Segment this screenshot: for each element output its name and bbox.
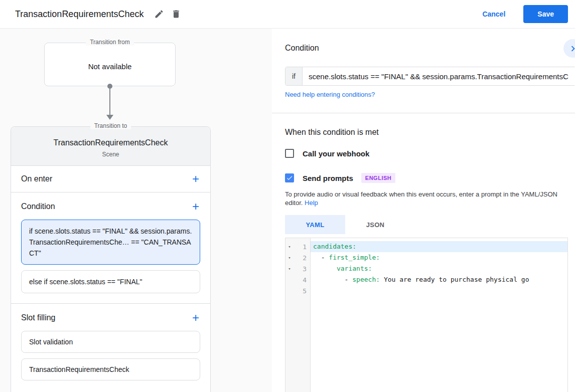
plus-icon: + [192,200,199,213]
tab-yaml[interactable]: YAML [285,215,345,234]
line-number: 3 [294,265,310,273]
fold-arrow-icon[interactable]: ▾ [285,255,294,260]
slot-filling-section-label: Slot filling [21,313,55,322]
scene-type: Scene [11,151,210,158]
add-condition-button[interactable]: + [191,202,200,212]
editor-tabs: YAML JSON [285,215,405,234]
code-line-3: variants: [311,263,567,274]
fold-arrow-icon[interactable]: ▾ [285,266,294,271]
code-line-1: candidates: [311,241,567,252]
slot-card-validation[interactable]: Slot validation [21,331,200,353]
scene-card-header: TransactionRequirementsCheck Scene [11,127,210,166]
edit-button[interactable] [151,6,168,23]
gutter-row: ▾ 3 [285,263,310,274]
checkmark-icon [286,174,293,181]
code-area[interactable]: candidates: - first_simple: variants: - … [311,238,567,392]
gutter-row: 5 [285,285,310,296]
slot-filling-section: Slot filling + Slot validation Transacti… [11,304,210,390]
plus-icon: + [192,311,199,324]
condition-heading: Condition [285,44,319,53]
tab-json[interactable]: JSON [345,215,405,234]
collapse-panel-button[interactable] [563,39,575,58]
connector-line [109,86,110,115]
trash-icon [171,9,181,19]
conditions-help-link[interactable]: Need help entering conditions? [285,91,375,98]
fold-arrow-icon[interactable]: ▾ [285,244,294,249]
call-webhook-row: Call your webhook [285,149,369,158]
condition-editor-panel: Condition if Need help entering conditio… [272,29,575,392]
scene-name: TransactionRequirementsCheck [11,138,210,147]
prompt-description: To provide audio or visual feedback when… [285,190,574,207]
condition-section-label: Condition [21,202,55,211]
transition-to-card: Transition to TransactionRequirementsChe… [11,126,211,392]
gutter-row: ▾ 2 [285,252,310,263]
section-divider [272,113,575,113]
line-number: 1 [294,243,310,251]
on-enter-label: On enter [21,174,52,183]
gutter-row: 4 [285,274,310,285]
send-prompts-label: Send prompts [303,174,353,182]
add-slot-button[interactable]: + [191,313,200,323]
line-number: 5 [294,287,310,295]
help-link[interactable]: Help [305,199,318,207]
cancel-button[interactable]: Cancel [476,6,511,22]
pencil-icon [154,9,164,19]
chevron-right-icon [567,43,575,54]
on-enter-section: On enter + [11,166,210,192]
yaml-code-editor[interactable]: ▾ 1 ▾ 2 ▾ 3 4 5 [285,238,568,392]
when-condition-met-heading: When this condition is met [285,128,379,137]
code-line-5 [311,285,567,296]
gutter-row: ▾ 1 [285,241,310,252]
language-badge: ENGLISH [361,173,395,183]
code-line-4: - speech: You are ready to purchase phys… [311,274,567,285]
send-prompts-row: Send prompts ENGLISH [285,173,395,183]
prompt-description-text: To provide audio or visual feedback when… [285,190,557,207]
add-on-enter-button[interactable]: + [191,174,200,184]
code-line-2: - first_simple: [311,252,567,263]
condition-card[interactable]: else if scene.slots.status == "FINAL" [21,270,200,293]
line-number: 2 [294,254,310,262]
line-number: 4 [294,276,310,284]
page-title: TransactionRequirementsCheck [15,9,143,20]
connector-arrowhead-icon [106,115,113,120]
transition-from-box: Transition from Not available [44,43,176,86]
plus-icon: + [192,172,199,185]
condition-expression-row: if [285,67,575,86]
delete-button[interactable] [168,6,185,23]
condition-expression-input[interactable] [303,67,575,85]
editor-gutter: ▾ 1 ▾ 2 ▾ 3 4 5 [285,238,311,392]
transition-from-value: Not available [45,62,175,71]
scene-diagram-panel: Transition from Not available Transition… [0,29,272,392]
webhook-label: Call your webhook [303,149,369,158]
condition-section: Condition + if scene.slots.status == "FI… [11,192,210,304]
condition-card-selected[interactable]: if scene.slots.status == "FINAL" && sess… [21,220,200,265]
if-prefix: if [285,67,303,85]
transition-to-label: Transition to [90,122,131,129]
top-header: TransactionRequirementsCheck Cancel Save [0,0,575,29]
send-prompts-checkbox[interactable] [285,173,294,182]
save-button[interactable]: Save [523,5,568,23]
webhook-checkbox[interactable] [285,149,294,158]
transition-from-label: Transition from [86,39,134,46]
slot-card-transaction[interactable]: TransactionRequirementsCheck [21,358,200,380]
